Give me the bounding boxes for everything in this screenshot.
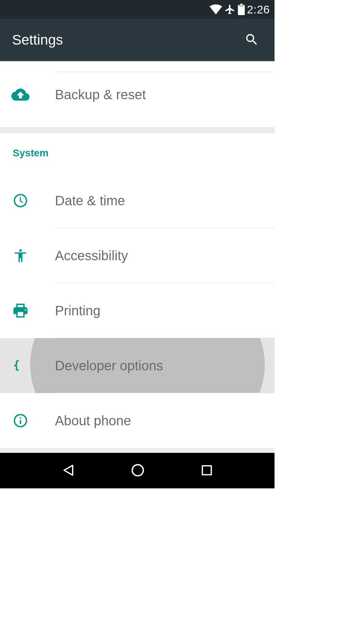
status-bar: 2:26	[0, 0, 275, 19]
settings-item-about-phone[interactable]: About phone	[0, 393, 275, 448]
svg-point-2	[132, 465, 143, 476]
search-icon	[244, 43, 259, 48]
section-divider	[0, 448, 275, 452]
svg-rect-3	[202, 466, 212, 475]
settings-item-printing[interactable]: Printing	[0, 283, 275, 338]
nav-back-button[interactable]	[54, 456, 82, 485]
recent-apps-icon	[200, 473, 214, 478]
airplane-icon	[224, 4, 236, 15]
item-label: About phone	[55, 413, 131, 428]
info-icon	[11, 413, 30, 429]
nav-home-button[interactable]	[124, 456, 152, 485]
settings-item-accessibility[interactable]: Accessibility	[0, 228, 275, 283]
settings-item-backup-reset[interactable]: Backup & reset	[0, 62, 275, 127]
item-label: Date & time	[55, 193, 125, 208]
home-icon	[130, 474, 145, 479]
settings-item-developer-options[interactable]: { } Developer options	[0, 338, 275, 393]
battery-icon	[238, 4, 245, 15]
svg-rect-0	[239, 5, 244, 6]
printer-icon	[11, 303, 30, 318]
navigation-bar	[0, 453, 275, 488]
search-button[interactable]	[241, 29, 262, 51]
page-title: Settings	[12, 32, 63, 48]
back-icon	[61, 474, 76, 479]
section-header-system: System	[0, 133, 275, 173]
item-label: Printing	[55, 303, 101, 318]
braces-icon: { }	[11, 360, 30, 371]
cloud-upload-icon	[11, 88, 30, 101]
app-bar: Settings	[0, 19, 275, 62]
clock-icon	[11, 193, 30, 209]
status-time: 2:26	[247, 3, 270, 16]
wifi-icon	[209, 4, 222, 14]
item-label: Accessibility	[55, 248, 128, 263]
section-divider	[0, 127, 275, 133]
item-label: Backup & reset	[55, 87, 146, 102]
nav-recent-button[interactable]	[193, 457, 220, 485]
svg-text:{ }: { }	[13, 360, 28, 371]
settings-list[interactable]: Backup & reset System Date & time Access…	[0, 62, 275, 452]
item-label: Developer options	[55, 358, 163, 373]
section-title: System	[13, 147, 49, 159]
settings-item-date-time[interactable]: Date & time	[0, 173, 275, 228]
accessibility-icon	[11, 248, 30, 263]
